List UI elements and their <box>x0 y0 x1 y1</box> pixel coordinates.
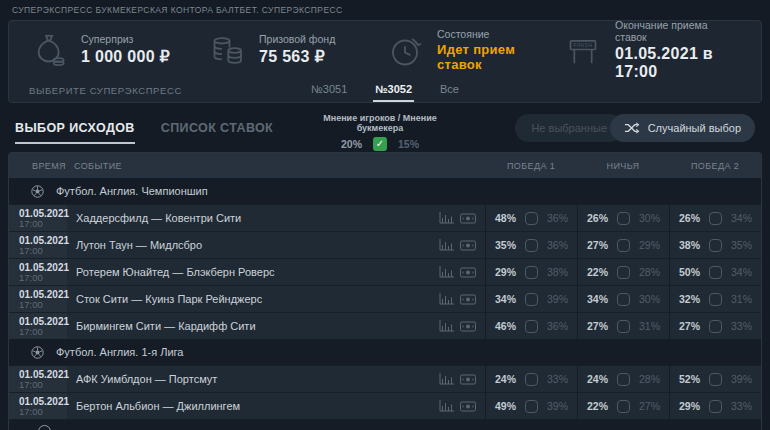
banknote-icon[interactable] <box>460 240 476 251</box>
outcome-win2-cell[interactable]: 38% 35% <box>669 232 761 258</box>
stat-prize-fund: Призовой фонд 75 563 ₽ <box>207 30 385 70</box>
outcome-win1-cell[interactable]: 49% 39% <box>485 393 577 419</box>
outcome-draw-cell[interactable]: 27% 29% <box>577 232 669 258</box>
outcome-win2-cell[interactable]: 26% 34% <box>669 205 761 231</box>
players-percent: 34% <box>495 293 516 305</box>
match-time: 17:00 <box>19 246 67 256</box>
next-section-partial <box>9 419 761 430</box>
stat-label: Состояние <box>437 28 563 40</box>
outcome-win2-cell[interactable]: 32% 31% <box>669 286 761 312</box>
bookmaker-percent: 36% <box>547 320 568 332</box>
bookmaker-percent: 33% <box>731 400 752 412</box>
outcome-checkbox[interactable] <box>617 320 630 333</box>
outcome-checkbox[interactable] <box>709 266 722 279</box>
bookmaker-percent: 30% <box>639 212 660 224</box>
outcome-checkbox[interactable] <box>617 239 630 252</box>
match-date: 01.05.2021 <box>19 262 67 273</box>
outcome-checkbox[interactable] <box>709 212 722 225</box>
players-percent: 38% <box>679 239 700 251</box>
outcome-win1-cell[interactable]: 48% 36% <box>485 205 577 231</box>
match-row: 01.05.2021 17:00 Бертон Альбион — Джилли… <box>9 392 761 419</box>
outcome-checkbox[interactable] <box>709 373 722 386</box>
outcome-checkbox[interactable] <box>525 320 538 333</box>
outcome-checkbox[interactable] <box>617 266 630 279</box>
banknote-icon[interactable] <box>460 267 476 278</box>
tab-outcome-selection[interactable]: ВЫБОР ИСХОДОВ <box>15 121 135 144</box>
banknote-icon[interactable] <box>460 213 476 224</box>
outcome-draw-cell[interactable]: 22% 27% <box>577 393 669 419</box>
not-selected-button[interactable]: Не выбранные <box>515 114 623 142</box>
outcome-win1-cell[interactable]: 46% 36% <box>485 313 577 339</box>
outcome-checkbox[interactable] <box>617 212 630 225</box>
outcome-checkbox[interactable] <box>709 239 722 252</box>
check-icon[interactable]: ✓ <box>373 137 387 151</box>
stats-icon[interactable] <box>439 373 454 385</box>
players-percent: 27% <box>587 320 608 332</box>
outcome-win2-cell[interactable]: 27% 33% <box>669 313 761 339</box>
outcome-win1-cell[interactable]: 34% 39% <box>485 286 577 312</box>
football-icon <box>31 185 44 198</box>
match-event: АФК Уимблдон — Портсмут <box>67 366 439 392</box>
outcome-checkbox[interactable] <box>617 400 630 413</box>
tab-3052[interactable]: №3052 <box>373 78 414 102</box>
match-time: 17:00 <box>19 327 67 337</box>
outcome-draw-cell[interactable]: 24% 28% <box>577 366 669 392</box>
outcome-win1-cell[interactable]: 24% 33% <box>485 366 577 392</box>
outcome-win2-cell[interactable]: 29% 33% <box>669 393 761 419</box>
players-percent: 52% <box>679 373 700 385</box>
section-header: Футбол. Англия. Чемпионшип <box>9 178 761 204</box>
outcome-win1-cell[interactable]: 29% 38% <box>485 259 577 285</box>
select-superexpress-label: ВЫБЕРИТЕ СУПЕРЭКСПРЕСС <box>29 85 182 96</box>
tab-bets-list[interactable]: СПИСОК СТАВОК <box>161 121 273 144</box>
opinion-label: Мнение игроков / Мнение букмекера <box>300 113 460 133</box>
outcome-checkbox[interactable] <box>617 293 630 306</box>
outcome-checkbox[interactable] <box>525 373 538 386</box>
bookmaker-percent: 27% <box>639 400 660 412</box>
stat-deadline: FINISH Окончание приема ставок 01.05.202… <box>563 19 741 81</box>
players-percent: 27% <box>587 239 608 251</box>
stats-icon[interactable] <box>439 400 454 412</box>
outcome-draw-cell[interactable]: 22% 28% <box>577 259 669 285</box>
outcome-win1-cell[interactable]: 35% 36% <box>485 232 577 258</box>
stats-icon[interactable] <box>439 293 454 305</box>
random-choice-button[interactable]: Случайный выбор <box>610 114 755 142</box>
stats-icon[interactable] <box>439 212 454 224</box>
outcome-checkbox[interactable] <box>525 293 538 306</box>
outcome-draw-cell[interactable]: 26% 30% <box>577 205 669 231</box>
outcome-checkbox[interactable] <box>617 373 630 386</box>
stat-label: Призовой фонд <box>259 33 335 45</box>
bookmaker-percent: 35% <box>731 239 752 251</box>
banknote-icon[interactable] <box>460 294 476 305</box>
banknote-icon[interactable] <box>460 374 476 385</box>
outcome-win2-cell[interactable]: 52% 39% <box>669 366 761 392</box>
outcome-checkbox[interactable] <box>709 400 722 413</box>
match-row: 01.05.2021 17:00 Хаддерсфилд — Ковентри … <box>9 204 761 231</box>
outcome-win2-cell[interactable]: 50% 34% <box>669 259 761 285</box>
outcome-checkbox[interactable] <box>709 293 722 306</box>
stats-icon[interactable] <box>439 320 454 332</box>
banknote-icon[interactable] <box>460 321 476 332</box>
outcome-draw-cell[interactable]: 27% 31% <box>577 313 669 339</box>
tab-3051[interactable]: №3051 <box>309 78 349 102</box>
outcome-draw-cell[interactable]: 34% 30% <box>577 286 669 312</box>
match-date: 01.05.2021 <box>19 289 67 300</box>
bookmaker-percent: 34% <box>731 212 752 224</box>
stats-icon[interactable] <box>439 266 454 278</box>
outcome-checkbox[interactable] <box>525 400 538 413</box>
banknote-icon[interactable] <box>460 401 476 412</box>
superexpress-summary-panel: Суперприз 1 000 000 ₽ Призовой фонд 75 5… <box>8 20 762 103</box>
outcome-checkbox[interactable] <box>525 212 538 225</box>
outcome-checkbox[interactable] <box>709 320 722 333</box>
bookmaker-percent: 28% <box>639 373 660 385</box>
col-draw: НИЧЬЯ <box>577 161 669 171</box>
tab-all[interactable]: Все <box>438 78 461 102</box>
bookmaker-percent: 33% <box>547 373 568 385</box>
bookmaker-percent: 33% <box>731 320 752 332</box>
players-percent: 26% <box>587 212 608 224</box>
players-percent: 50% <box>679 266 700 278</box>
players-percent: 22% <box>587 266 608 278</box>
toolbar: ВЫБОР ИСХОДОВ СПИСОК СТАВОК Мнение игрок… <box>0 103 770 152</box>
outcome-checkbox[interactable] <box>525 266 538 279</box>
outcome-checkbox[interactable] <box>525 239 538 252</box>
stats-icon[interactable] <box>439 239 454 251</box>
